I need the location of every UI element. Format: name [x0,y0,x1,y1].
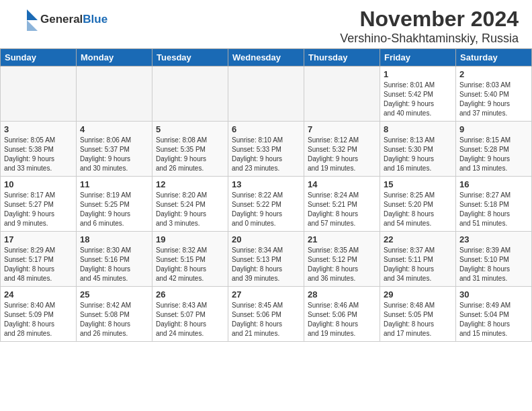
day-number: 19 [156,234,224,244]
day-number: 3 [4,124,73,134]
day-number: 9 [459,124,528,134]
weekday-header-cell: Thursday [304,49,380,66]
day-number: 1 [384,69,452,79]
day-info: Sunrise: 8:40 AM Sunset: 5:09 PM Dayligh… [4,301,73,338]
day-number: 23 [459,234,528,244]
calendar-day-cell: 25Sunrise: 8:42 AM Sunset: 5:08 PM Dayli… [77,287,152,342]
calendar-day-cell: 21Sunrise: 8:35 AM Sunset: 5:12 PM Dayli… [304,232,380,287]
calendar-week-row: 24Sunrise: 8:40 AM Sunset: 5:09 PM Dayli… [1,287,532,342]
weekday-header-cell: Sunday [1,49,77,66]
calendar-day-cell: 9Sunrise: 8:15 AM Sunset: 5:28 PM Daylig… [456,122,532,177]
day-number: 2 [459,69,528,79]
calendar-day-cell: 26Sunrise: 8:43 AM Sunset: 5:07 PM Dayli… [152,287,228,342]
calendar-day-cell: 18Sunrise: 8:30 AM Sunset: 5:16 PM Dayli… [77,232,152,287]
calendar-day-cell [228,66,304,122]
day-info: Sunrise: 8:32 AM Sunset: 5:15 PM Dayligh… [156,246,224,283]
day-number: 11 [80,179,148,189]
day-info: Sunrise: 8:15 AM Sunset: 5:28 PM Dayligh… [459,136,528,173]
calendar-day-cell: 20Sunrise: 8:34 AM Sunset: 5:13 PM Dayli… [228,232,304,287]
day-number: 28 [308,289,376,300]
calendar-day-cell: 13Sunrise: 8:22 AM Sunset: 5:22 PM Dayli… [228,177,304,232]
calendar-day-cell [304,66,380,122]
page-header: GeneralBlue November 2024 Vershino-Shakh… [0,0,532,48]
day-info: Sunrise: 8:05 AM Sunset: 5:38 PM Dayligh… [4,136,73,173]
day-number: 27 [232,289,300,300]
calendar-body: 1Sunrise: 8:01 AM Sunset: 5:42 PM Daylig… [1,66,532,342]
day-info: Sunrise: 8:22 AM Sunset: 5:22 PM Dayligh… [232,191,300,228]
day-info: Sunrise: 8:03 AM Sunset: 5:40 PM Dayligh… [459,81,528,118]
day-info: Sunrise: 8:13 AM Sunset: 5:30 PM Dayligh… [384,136,452,173]
day-number: 6 [232,124,300,134]
day-info: Sunrise: 8:34 AM Sunset: 5:13 PM Dayligh… [232,246,300,283]
calendar-week-row: 17Sunrise: 8:29 AM Sunset: 5:17 PM Dayli… [1,232,532,287]
weekday-header-cell: Tuesday [152,49,228,66]
day-info: Sunrise: 8:35 AM Sunset: 5:12 PM Dayligh… [308,246,376,283]
weekday-header-cell: Wednesday [228,49,304,66]
day-info: Sunrise: 8:42 AM Sunset: 5:08 PM Dayligh… [80,301,148,338]
day-info: Sunrise: 8:08 AM Sunset: 5:35 PM Dayligh… [156,136,224,173]
calendar-day-cell: 3Sunrise: 8:05 AM Sunset: 5:38 PM Daylig… [1,122,77,177]
calendar-day-cell: 14Sunrise: 8:24 AM Sunset: 5:21 PM Dayli… [304,177,380,232]
title-section: November 2024 Vershino-Shakhtaminskiy, R… [340,7,519,46]
svg-marker-2 [27,20,38,31]
logo-icon [13,7,38,31]
day-number: 21 [308,234,376,244]
day-number: 8 [384,124,452,134]
day-info: Sunrise: 8:29 AM Sunset: 5:17 PM Dayligh… [4,246,73,283]
weekday-header-row: SundayMondayTuesdayWednesdayThursdayFrid… [1,49,532,66]
day-info: Sunrise: 8:27 AM Sunset: 5:18 PM Dayligh… [459,191,528,228]
day-number: 13 [232,179,300,189]
calendar-day-cell: 22Sunrise: 8:37 AM Sunset: 5:11 PM Dayli… [380,232,456,287]
location-title: Vershino-Shakhtaminskiy, Russia [340,32,519,46]
day-info: Sunrise: 8:43 AM Sunset: 5:07 PM Dayligh… [156,301,224,338]
day-number: 16 [459,179,528,189]
day-info: Sunrise: 8:37 AM Sunset: 5:11 PM Dayligh… [384,246,452,283]
day-number: 30 [459,289,528,300]
day-info: Sunrise: 8:48 AM Sunset: 5:05 PM Dayligh… [384,301,452,338]
calendar-day-cell: 8Sunrise: 8:13 AM Sunset: 5:30 PM Daylig… [380,122,456,177]
calendar-day-cell [1,66,77,122]
calendar-day-cell: 2Sunrise: 8:03 AM Sunset: 5:40 PM Daylig… [456,66,532,122]
day-info: Sunrise: 8:12 AM Sunset: 5:32 PM Dayligh… [308,136,376,173]
calendar-day-cell: 7Sunrise: 8:12 AM Sunset: 5:32 PM Daylig… [304,122,380,177]
calendar-day-cell: 23Sunrise: 8:39 AM Sunset: 5:10 PM Dayli… [456,232,532,287]
calendar-day-cell: 11Sunrise: 8:19 AM Sunset: 5:25 PM Dayli… [77,177,152,232]
calendar-week-row: 3Sunrise: 8:05 AM Sunset: 5:38 PM Daylig… [1,122,532,177]
calendar-day-cell: 10Sunrise: 8:17 AM Sunset: 5:27 PM Dayli… [1,177,77,232]
day-number: 14 [308,179,376,189]
calendar-day-cell: 5Sunrise: 8:08 AM Sunset: 5:35 PM Daylig… [152,122,228,177]
day-number: 7 [308,124,376,134]
svg-marker-1 [27,9,38,20]
calendar-day-cell: 30Sunrise: 8:49 AM Sunset: 5:04 PM Dayli… [456,287,532,342]
calendar-day-cell: 24Sunrise: 8:40 AM Sunset: 5:09 PM Dayli… [1,287,77,342]
day-info: Sunrise: 8:45 AM Sunset: 5:06 PM Dayligh… [232,301,300,338]
day-info: Sunrise: 8:10 AM Sunset: 5:33 PM Dayligh… [232,136,300,173]
day-number: 17 [4,234,73,244]
day-number: 4 [80,124,148,134]
day-number: 24 [4,289,73,300]
day-info: Sunrise: 8:19 AM Sunset: 5:25 PM Dayligh… [80,191,148,228]
day-info: Sunrise: 8:06 AM Sunset: 5:37 PM Dayligh… [80,136,148,173]
weekday-header-cell: Saturday [456,49,532,66]
calendar-day-cell: 1Sunrise: 8:01 AM Sunset: 5:42 PM Daylig… [380,66,456,122]
calendar-day-cell: 19Sunrise: 8:32 AM Sunset: 5:15 PM Dayli… [152,232,228,287]
calendar-day-cell: 16Sunrise: 8:27 AM Sunset: 5:18 PM Dayli… [456,177,532,232]
calendar-week-row: 1Sunrise: 8:01 AM Sunset: 5:42 PM Daylig… [1,66,532,122]
weekday-header-cell: Monday [77,49,152,66]
day-number: 5 [156,124,224,134]
day-info: Sunrise: 8:20 AM Sunset: 5:24 PM Dayligh… [156,191,224,228]
day-number: 20 [232,234,300,244]
day-number: 26 [156,289,224,300]
calendar-day-cell: 29Sunrise: 8:48 AM Sunset: 5:05 PM Dayli… [380,287,456,342]
day-info: Sunrise: 8:46 AM Sunset: 5:06 PM Dayligh… [308,301,376,338]
weekday-header-cell: Friday [380,49,456,66]
day-info: Sunrise: 8:17 AM Sunset: 5:27 PM Dayligh… [4,191,73,228]
logo-blue: Blue [83,13,107,26]
calendar-week-row: 10Sunrise: 8:17 AM Sunset: 5:27 PM Dayli… [1,177,532,232]
calendar-day-cell: 28Sunrise: 8:46 AM Sunset: 5:06 PM Dayli… [304,287,380,342]
day-number: 10 [4,179,73,189]
calendar-day-cell [152,66,228,122]
calendar-day-cell: 17Sunrise: 8:29 AM Sunset: 5:17 PM Dayli… [1,232,77,287]
calendar-day-cell [77,66,152,122]
day-info: Sunrise: 8:25 AM Sunset: 5:20 PM Dayligh… [384,191,452,228]
